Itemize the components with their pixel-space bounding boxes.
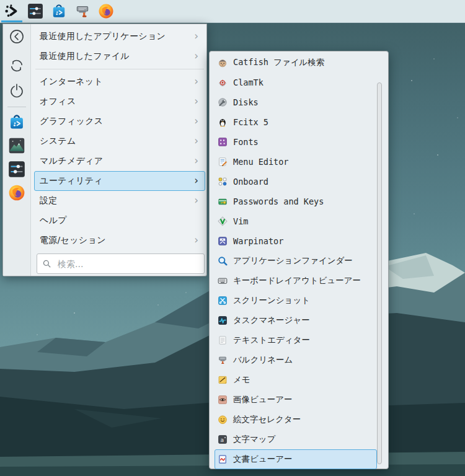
category-label: 最近使用したアプリケーション xyxy=(40,31,166,42)
app-item[interactable]: スクリーンショット xyxy=(215,291,377,311)
app-item[interactable]: アプリケーションファインダー xyxy=(215,251,377,271)
app-item[interactable]: 文書ビューアー xyxy=(215,449,377,469)
firefox-button[interactable] xyxy=(94,0,118,22)
favorite-firefox-button[interactable] xyxy=(7,184,26,201)
memo-icon xyxy=(218,375,228,385)
menu-content: 最近使用したアプリケーション›最近使用したファイル›インターネット›オフィス›グ… xyxy=(31,24,206,276)
chevron-right-icon: › xyxy=(194,51,198,61)
discover-button[interactable] xyxy=(47,0,71,22)
search-input[interactable] xyxy=(56,258,199,270)
emoji-icon xyxy=(218,415,228,425)
keyboard-icon xyxy=(218,276,228,286)
back-button[interactable] xyxy=(7,28,26,45)
app-label: Fonts xyxy=(233,137,259,147)
discover-icon xyxy=(8,113,25,131)
image-viewer-icon xyxy=(8,137,25,154)
utilities-submenu-panel: Catfish ファイル検索ClamTkDisksFcitx 5FontsMen… xyxy=(209,51,389,469)
system-settings-icon xyxy=(27,3,43,19)
category-item[interactable]: マルチメディア› xyxy=(34,151,205,171)
discover-icon xyxy=(51,3,67,19)
app-item[interactable]: バルクリネーム xyxy=(215,350,377,370)
sidebar-separator xyxy=(7,107,26,107)
app-item[interactable]: Catfish ファイル検索 xyxy=(215,53,377,73)
category-item[interactable]: 設定› xyxy=(34,191,205,211)
app-label: タスクマネージャー xyxy=(233,315,310,326)
bulk-rename-tool-icon xyxy=(74,3,91,19)
bulkrename-icon xyxy=(218,355,228,365)
vim-icon xyxy=(218,216,228,226)
app-item[interactable]: Onboard xyxy=(215,172,377,192)
imageviewer-icon xyxy=(218,395,228,405)
app-label: Passwords and Keys xyxy=(233,196,324,206)
category-label: オフィス xyxy=(40,96,76,107)
chevron-right-icon: › xyxy=(194,195,198,206)
app-item[interactable]: キーボードレイアウトビューアー xyxy=(215,271,377,291)
reload-button[interactable] xyxy=(7,57,26,74)
app-item[interactable]: Vim xyxy=(215,211,377,231)
app-item[interactable]: Passwords and Keys xyxy=(215,192,377,211)
onboard-icon xyxy=(218,177,228,187)
menu-sidebar xyxy=(3,24,31,276)
taskmanager-icon xyxy=(218,315,228,325)
chevron-right-icon: › xyxy=(194,116,198,126)
app-item[interactable]: ClamTk xyxy=(215,73,377,92)
app-item[interactable]: Disks xyxy=(215,92,377,112)
reload-icon xyxy=(9,58,25,74)
category-label: 最近使用したファイル xyxy=(40,51,130,62)
app-label: 文書ビューアー xyxy=(233,454,292,465)
app-label: Onboard xyxy=(233,177,268,187)
app-label: アプリケーションファインダー xyxy=(233,255,353,267)
app-label: 文字マップ xyxy=(233,434,275,445)
back-icon xyxy=(9,29,25,45)
chevron-right-icon: › xyxy=(194,31,198,42)
app-item[interactable]: メモ xyxy=(215,370,377,390)
app-item[interactable]: 文字マップ xyxy=(215,430,377,449)
app-item[interactable]: Fcitx 5 xyxy=(215,112,377,132)
favorite-system-settings-button[interactable] xyxy=(7,161,26,178)
app-item[interactable]: 絵文字セレクター xyxy=(215,410,377,430)
bulk-rename-tool-button[interactable] xyxy=(71,0,94,22)
app-item[interactable]: 画像ビューアー xyxy=(215,390,377,410)
category-item[interactable]: ヘルプ xyxy=(34,211,205,231)
category-item[interactable]: 最近使用したファイル› xyxy=(34,46,205,66)
category-item[interactable]: インターネット› xyxy=(34,72,205,92)
search-box[interactable] xyxy=(37,253,205,274)
power-button[interactable] xyxy=(7,82,26,99)
app-label: バルクリネーム xyxy=(233,355,293,366)
chevron-right-icon: › xyxy=(194,96,198,107)
favorite-discover-button[interactable] xyxy=(7,113,26,131)
category-label: ユーティリティ xyxy=(40,175,103,187)
category-label: 設定 xyxy=(40,195,58,206)
desktop: 最近使用したアプリケーション›最近使用したファイル›インターネット›オフィス›グ… xyxy=(0,0,465,476)
category-item[interactable]: 電源/セッション› xyxy=(34,231,205,250)
app-launcher-button[interactable] xyxy=(0,0,24,22)
app-label: Catfish ファイル検索 xyxy=(233,57,324,68)
chevron-right-icon: › xyxy=(194,175,198,186)
category-item[interactable]: グラフィックス› xyxy=(34,112,205,131)
app-label: Menu Editor xyxy=(233,157,288,167)
fonts-icon xyxy=(218,137,228,147)
catfish-icon xyxy=(218,58,228,68)
category-item[interactable]: ユーティリティ› xyxy=(34,171,205,191)
category-item[interactable]: システム› xyxy=(34,131,205,151)
app-launcher-icon xyxy=(4,3,20,19)
category-label: グラフィックス xyxy=(40,116,103,127)
submenu-scrollbar[interactable] xyxy=(377,82,382,464)
category-item[interactable]: オフィス› xyxy=(34,92,205,112)
screenshot-icon xyxy=(218,296,228,306)
category-label: インターネット xyxy=(40,76,103,87)
app-label: スクリーンショット xyxy=(233,295,310,306)
category-item[interactable]: 最近使用したアプリケーション› xyxy=(34,27,205,46)
system-settings-button[interactable] xyxy=(24,0,47,22)
app-item[interactable]: Fonts xyxy=(215,132,377,152)
app-label: Warpinator xyxy=(233,236,283,246)
appfinder-icon xyxy=(218,256,228,266)
app-item[interactable]: テキストエディター xyxy=(215,330,377,350)
app-item[interactable]: タスクマネージャー xyxy=(215,311,377,330)
app-item[interactable]: Menu Editor xyxy=(215,152,377,172)
taskbar xyxy=(0,0,465,23)
favorite-image-viewer-button[interactable] xyxy=(7,137,26,154)
app-item[interactable]: Warpinator xyxy=(215,231,377,251)
category-label: システム xyxy=(40,136,76,147)
search-icon xyxy=(42,259,51,268)
